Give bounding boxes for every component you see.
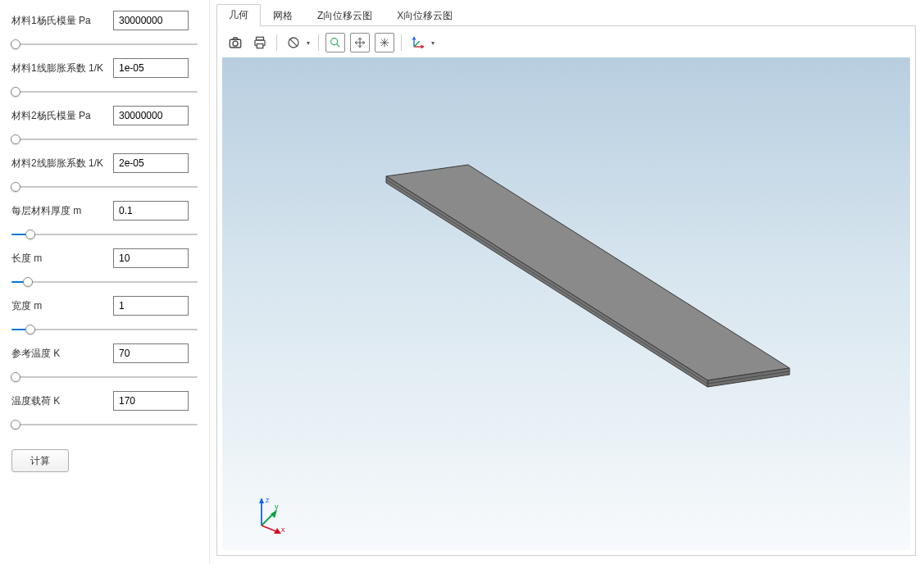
param-label: 材料1杨氏模量 Pa bbox=[11, 14, 108, 28]
param-input[interactable] bbox=[113, 248, 189, 268]
rotate-icon[interactable] bbox=[375, 33, 394, 52]
param-input[interactable] bbox=[113, 343, 189, 363]
view-toolbar: ▾ ▾ bbox=[222, 31, 910, 57]
zoom-box-icon[interactable] bbox=[325, 33, 345, 52]
param-input[interactable] bbox=[113, 296, 189, 316]
toolbar-separator bbox=[318, 34, 319, 51]
param-group: 材料2线膨胀系数 1/K bbox=[11, 152, 198, 193]
param-slider[interactable] bbox=[11, 85, 198, 98]
param-input[interactable] bbox=[113, 106, 189, 125]
param-group: 参考温度 K bbox=[11, 343, 198, 384]
toolbar-separator bbox=[276, 34, 277, 51]
svg-line-13 bbox=[414, 41, 420, 47]
tab[interactable]: 几何 bbox=[216, 4, 261, 26]
param-slider[interactable] bbox=[11, 228, 198, 241]
svg-marker-14 bbox=[386, 165, 790, 380]
param-label: 长度 m bbox=[11, 252, 108, 266]
param-slider[interactable] bbox=[11, 323, 198, 336]
param-slider[interactable] bbox=[11, 275, 198, 289]
svg-text:z: z bbox=[266, 496, 270, 504]
compute-button[interactable]: 计算 bbox=[11, 449, 69, 472]
parameter-sidebar: 材料1杨氏模量 Pa材料1线膨胀系数 1/K材料2杨氏模量 Pa材料2线膨胀系数… bbox=[0, 0, 210, 564]
chevron-down-icon[interactable]: ▾ bbox=[305, 39, 312, 47]
param-slider[interactable] bbox=[11, 371, 198, 384]
svg-marker-23 bbox=[271, 510, 277, 518]
param-group: 材料2杨氏模量 Pa bbox=[11, 105, 198, 146]
main-area: 几何网格Z向位移云图X向位移云图 ▾ bbox=[210, 0, 924, 564]
svg-point-7 bbox=[331, 39, 338, 45]
tab[interactable]: 网格 bbox=[261, 5, 305, 26]
svg-text:y: y bbox=[275, 503, 279, 511]
svg-line-8 bbox=[337, 44, 340, 48]
param-group: 每层材料厚度 m bbox=[11, 200, 198, 241]
param-label: 参考温度 K bbox=[11, 347, 108, 361]
print-icon[interactable] bbox=[250, 33, 270, 52]
svg-line-6 bbox=[290, 39, 297, 46]
param-input[interactable] bbox=[113, 201, 189, 221]
view-container: ▾ ▾ bbox=[216, 26, 916, 556]
geometry-plate bbox=[337, 157, 796, 452]
svg-text:x: x bbox=[281, 525, 285, 534]
param-label: 宽度 m bbox=[11, 299, 108, 313]
param-slider[interactable] bbox=[11, 180, 198, 193]
param-input[interactable] bbox=[113, 11, 189, 30]
param-label: 材料2线膨胀系数 1/K bbox=[11, 157, 108, 171]
chevron-down-icon[interactable]: ▾ bbox=[430, 39, 436, 47]
3d-viewport[interactable]: z y x bbox=[222, 57, 910, 550]
param-slider[interactable] bbox=[11, 133, 198, 146]
camera-icon[interactable] bbox=[225, 33, 245, 52]
param-group: 宽度 m bbox=[11, 295, 198, 336]
param-label: 温度载荷 K bbox=[11, 394, 108, 408]
param-slider[interactable] bbox=[11, 418, 198, 431]
tab[interactable]: X向位移云图 bbox=[385, 5, 465, 26]
param-input[interactable] bbox=[113, 391, 189, 411]
forbid-icon[interactable] bbox=[284, 33, 303, 52]
view-tabs: 几何网格Z向位移云图X向位移云图 bbox=[216, 5, 916, 26]
param-input[interactable] bbox=[113, 58, 189, 78]
param-slider[interactable] bbox=[11, 38, 198, 51]
param-group: 材料1线膨胀系数 1/K bbox=[11, 57, 198, 98]
toolbar-separator bbox=[401, 34, 402, 51]
pan-icon[interactable] bbox=[350, 33, 370, 52]
param-group: 温度载荷 K bbox=[11, 390, 198, 431]
coordinate-triad: z y x bbox=[250, 494, 291, 535]
svg-line-18 bbox=[386, 180, 708, 384]
param-label: 材料2杨氏模量 Pa bbox=[11, 109, 108, 123]
param-group: 长度 m bbox=[11, 248, 198, 289]
param-group: 材料1杨氏模量 Pa bbox=[11, 10, 198, 51]
svg-point-1 bbox=[233, 41, 238, 46]
svg-marker-20 bbox=[259, 498, 264, 503]
param-label: 材料1线膨胀系数 1/K bbox=[11, 61, 108, 75]
tab[interactable]: Z向位移云图 bbox=[305, 5, 385, 26]
param-label: 每层材料厚度 m bbox=[11, 204, 108, 218]
svg-rect-4 bbox=[257, 44, 263, 48]
param-input[interactable] bbox=[113, 153, 189, 173]
axes-icon[interactable] bbox=[408, 33, 428, 52]
svg-point-10 bbox=[384, 42, 386, 44]
